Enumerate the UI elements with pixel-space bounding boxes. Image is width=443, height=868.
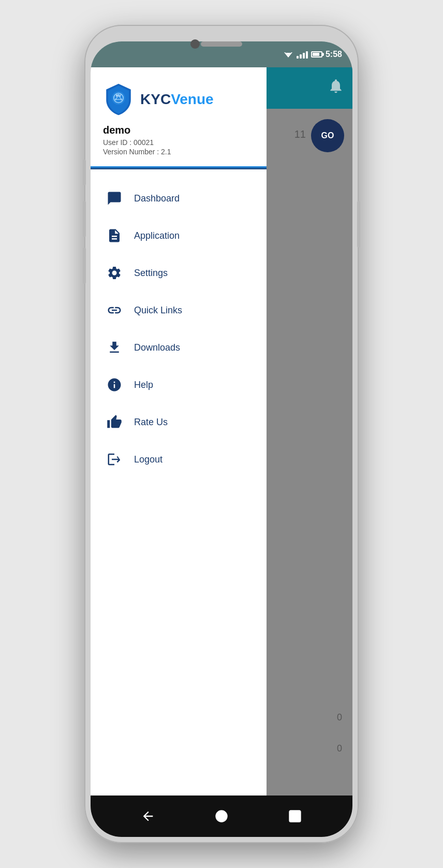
go-button[interactable]: GO — [311, 119, 344, 152]
menu-item-logout[interactable]: Logout — [91, 441, 267, 478]
volume-down-button — [83, 201, 86, 237]
menu-item-downloads[interactable]: Downloads — [91, 329, 267, 366]
rate-us-label: Rate Us — [134, 417, 168, 428]
power-button-right — [357, 201, 360, 248]
download-icon — [105, 338, 124, 357]
count-top: 0 — [337, 712, 342, 723]
menu-item-rate-us[interactable]: Rate Us — [91, 403, 267, 441]
logout-icon — [105, 450, 124, 469]
right-panel: 11 GO 0 0 — [267, 67, 352, 795]
logo-kyc: KYC — [140, 91, 171, 107]
logo-shield-icon: KV — [103, 83, 134, 116]
logo-text-group: KYCVenue — [140, 91, 214, 108]
version-number: Version Number : 2.1 — [103, 148, 254, 156]
logout-label: Logout — [134, 454, 163, 465]
right-header — [267, 67, 352, 109]
power-button-left — [83, 248, 86, 284]
back-button[interactable] — [138, 806, 158, 827]
menu-item-dashboard[interactable]: Dashboard — [91, 180, 267, 217]
dashboard-label: Dashboard — [134, 193, 180, 204]
home-button[interactable] — [211, 806, 232, 827]
status-time: 5:58 — [326, 50, 342, 59]
battery-icon — [311, 51, 322, 57]
phone-frame: 5:58 KV — [84, 25, 359, 843]
svg-point-12 — [216, 811, 227, 822]
chat-icon — [105, 189, 124, 208]
help-label: Help — [134, 380, 153, 390]
info-icon — [105, 375, 124, 394]
volume-up-button — [83, 160, 86, 185]
svg-rect-13 — [290, 811, 301, 822]
gear-icon — [105, 264, 124, 282]
drawer-divider — [91, 166, 267, 169]
status-icons: 5:58 — [283, 50, 342, 59]
main-content: KV — [91, 67, 352, 795]
menu-item-settings[interactable]: Settings — [91, 254, 267, 292]
navigation-drawer: KV — [91, 67, 267, 795]
quick-links-label: Quick Links — [134, 305, 182, 316]
link-icon — [105, 301, 124, 320]
thumbup-icon — [105, 413, 124, 431]
logo-area: KV — [103, 83, 254, 116]
user-name: demo — [103, 124, 254, 136]
document-icon — [105, 226, 124, 245]
signal-icon — [297, 50, 308, 59]
phone-screen: 5:58 KV — [91, 41, 352, 837]
wifi-icon — [283, 50, 293, 59]
downloads-label: Downloads — [134, 342, 180, 353]
recent-apps-button[interactable] — [285, 806, 305, 827]
number-display: 11 — [294, 128, 306, 140]
menu-item-help[interactable]: Help — [91, 366, 267, 403]
phone-speaker — [201, 41, 242, 47]
bottom-nav — [91, 795, 352, 837]
right-body: 11 GO 0 0 — [267, 109, 352, 795]
logo-venue: Venue — [171, 91, 213, 107]
drawer-menu: Dashboard Application — [91, 175, 267, 795]
phone-camera — [190, 39, 200, 49]
user-id: User ID : 00021 — [103, 138, 254, 147]
menu-item-quick-links[interactable]: Quick Links — [91, 292, 267, 329]
bell-icon[interactable] — [328, 78, 344, 98]
menu-item-application[interactable]: Application — [91, 217, 267, 254]
count-bottom: 0 — [337, 743, 342, 754]
application-label: Application — [134, 230, 180, 241]
drawer-header: KV — [91, 67, 267, 161]
settings-label: Settings — [134, 268, 168, 279]
